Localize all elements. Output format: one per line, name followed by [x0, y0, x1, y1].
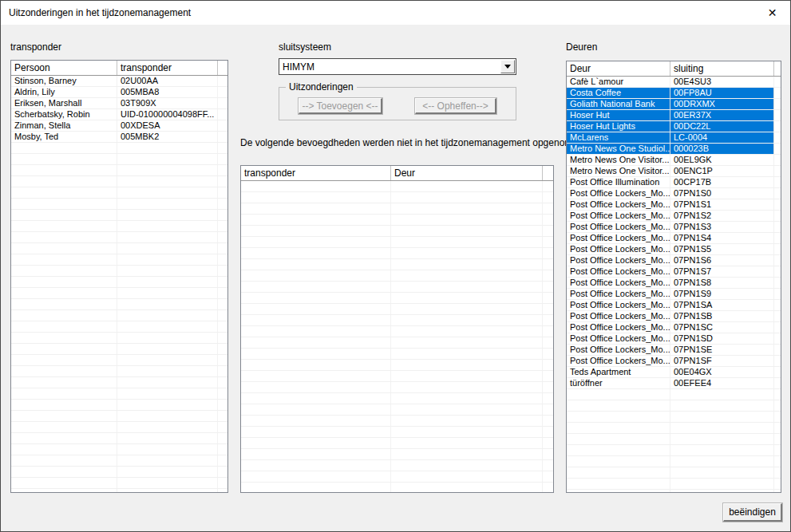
deur-row[interactable]: Post Office Lockers_Mo...07PN1S9 [567, 289, 781, 300]
cell: Post Office Lockers_Mo... [567, 188, 670, 199]
cell [117, 489, 218, 493]
cell-filler [543, 181, 553, 191]
cell: Stinson, Barney [11, 76, 117, 86]
deur-row[interactable]: Post Office Illumination00CP17B [567, 177, 781, 188]
empty-row [11, 489, 227, 493]
deur-row[interactable]: türöffner00EFEE4 [567, 378, 781, 389]
deur-row[interactable]: Hoser Hut00ER37X [567, 110, 781, 121]
cell [241, 226, 391, 236]
sluitsysteem-dropdown[interactable]: HIMYM [279, 58, 516, 75]
deur-row[interactable]: Costa Coffee00FP8AU [567, 88, 781, 99]
cell [241, 237, 391, 247]
deur-row[interactable]: Post Office Lockers_Mo...07PN1SC [567, 322, 781, 333]
deur-row[interactable]: Teds Apartment00E04GX [567, 367, 781, 378]
transponder-row[interactable]: Stinson, Barney02U00AA [11, 76, 227, 87]
empty-row [567, 479, 781, 490]
deur-row[interactable]: Metro News One Visitor...00ENC1P [567, 166, 781, 177]
column-header[interactable]: sluiting [670, 61, 774, 76]
empty-row [241, 270, 553, 282]
deur-row[interactable]: Post Office Lockers_Mo...07PN1S4 [567, 233, 781, 244]
cell: 07PN1SF [670, 356, 774, 366]
deur-row[interactable]: Post Office Lockers_Mo...07PN1SD [567, 333, 781, 345]
column-header[interactable]: transponder [117, 61, 218, 75]
deur-row[interactable]: Metro News One Visitor...00EL9GK [567, 155, 781, 166]
deur-row[interactable]: Post Office Lockers_Mo...07PN1SF [567, 356, 781, 367]
cell: Cafè L`amour [567, 77, 670, 87]
deur-row[interactable]: Post Office Lockers_Mo...07PN1SB [567, 311, 781, 322]
column-header[interactable]: Deur [567, 61, 670, 76]
cell-filler [774, 88, 781, 98]
column-header[interactable]: transponder [241, 166, 391, 180]
deur-row[interactable]: Post Office Lockers_Mo...07PN1S6 [567, 255, 781, 266]
cell: Post Office Lockers_Mo... [567, 345, 670, 355]
cell: Post Office Lockers_Mo... [567, 266, 670, 277]
deur-row[interactable]: Post Office Lockers_Mo...07PN1SA [567, 300, 781, 311]
opheffen-button[interactable]: <-- Opheffen--> [415, 98, 496, 114]
beeindigen-button[interactable]: beëindigen [723, 503, 782, 522]
transponder-row[interactable]: Mosby, Ted005MBK2 [11, 132, 227, 143]
cell-filler [218, 221, 227, 231]
dropdown-button[interactable] [500, 60, 515, 73]
cell [117, 344, 218, 354]
cell [11, 143, 117, 153]
cell-filler [543, 315, 553, 325]
cell-filler [218, 143, 227, 153]
toevoegen-button[interactable]: --> Toevoegen <-- [299, 98, 382, 114]
cell: Metro News One Visitor... [567, 166, 670, 176]
cell [567, 400, 670, 411]
empty-row [11, 232, 227, 243]
deur-row[interactable]: Hoser Hut Lights00DC22L [567, 121, 781, 132]
cell [391, 449, 543, 459]
cell [117, 377, 218, 388]
transponder-row[interactable]: Zinman, Stella00XDESA [11, 120, 227, 132]
cell [391, 248, 543, 258]
transponder-row[interactable]: Scherbatsky, RobinUID-010000004098FF... [11, 109, 227, 120]
cell: 07PN1S1 [670, 199, 774, 210]
transponder-row[interactable]: Aldrin, Lily005MBA8 [11, 87, 227, 98]
cell [241, 360, 391, 370]
empty-row [241, 215, 553, 226]
deur-row[interactable]: Metro News One Studiol...000023B [567, 144, 781, 155]
cell [567, 412, 670, 422]
exceptions-list[interactable]: transponderDeur [240, 165, 554, 493]
cell [11, 355, 117, 365]
cell [391, 371, 543, 381]
cell: Post Office Lockers_Mo... [567, 222, 670, 232]
cell [117, 411, 218, 421]
empty-row [11, 143, 227, 154]
cell-filler [218, 176, 227, 187]
deur-row[interactable]: McLarensLC-0004 [567, 132, 781, 144]
transponder-panel-label: transponder [10, 41, 61, 53]
deur-row[interactable]: Post Office Lockers_Mo...07PN1S1 [567, 199, 781, 211]
deur-row[interactable]: Post Office Lockers_Mo...07PN1S3 [567, 222, 781, 233]
empty-row [241, 382, 553, 393]
column-header[interactable]: Deur [391, 166, 543, 180]
deuren-list[interactable]: DeursluitingCafè L`amour00E4SU3Costa Cof… [566, 61, 781, 493]
cell: 00E4SU3 [670, 77, 774, 87]
cell-filler [543, 360, 553, 370]
deur-row[interactable]: Post Office Lockers_Mo...07PN1SE [567, 345, 781, 356]
deur-row[interactable]: Post Office Lockers_Mo...07PN1S8 [567, 278, 781, 289]
cell: 00EFEE4 [670, 378, 774, 388]
cell-filler [218, 266, 227, 276]
transponder-list[interactable]: PersoontransponderStinson, Barney02U00AA… [10, 60, 228, 493]
cell: 03T909X [117, 98, 218, 108]
cell: Post Office Lockers_Mo... [567, 300, 670, 310]
deur-row[interactable]: Post Office Lockers_Mo...07PN1S7 [567, 266, 781, 278]
deur-row[interactable]: Post Office Lockers_Mo...07PN1S0 [567, 188, 781, 199]
transponder-row[interactable]: Eriksen, Marshall03T909X [11, 98, 227, 109]
empty-row [241, 192, 553, 203]
cell-filler [218, 478, 227, 488]
cell: Scherbatsky, Robin [11, 109, 117, 120]
close-icon[interactable]: ✕ [754, 1, 790, 25]
cell: Post Office Lockers_Mo... [567, 278, 670, 288]
deur-row[interactable]: Post Office Lockers_Mo...07PN1S2 [567, 211, 781, 222]
cell [117, 210, 218, 220]
deur-row[interactable]: Goliath National Bank00DRXMX [567, 99, 781, 110]
cell-filler [774, 278, 781, 288]
empty-row [11, 154, 227, 165]
deur-row[interactable]: Cafè L`amour00E4SU3 [567, 77, 781, 88]
empty-row [11, 187, 227, 199]
deur-row[interactable]: Post Office Lockers_Mo...07PN1S5 [567, 244, 781, 255]
column-header[interactable]: Persoon [11, 61, 117, 75]
